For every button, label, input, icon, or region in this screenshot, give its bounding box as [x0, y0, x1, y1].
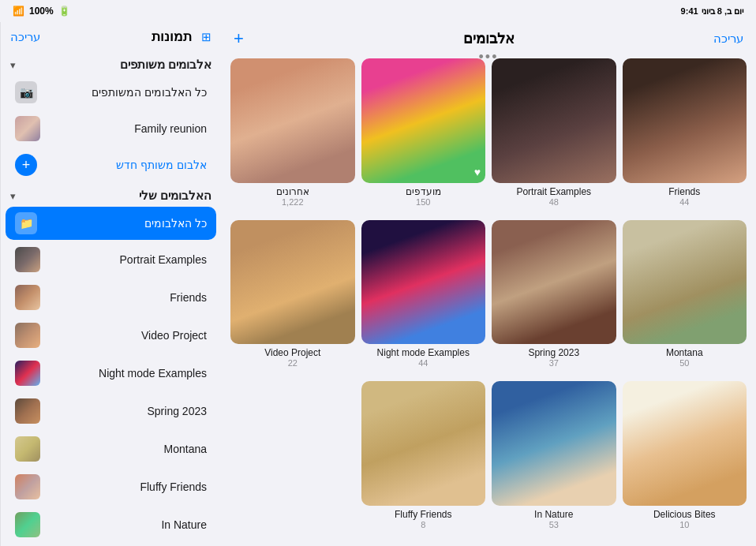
- album-item-3[interactable]: ♥מועדפים150: [361, 58, 486, 214]
- album-label-11: Fluffy Friends: [361, 509, 486, 520]
- status-bar-left: 🔋 100% 📶: [13, 6, 70, 17]
- shared-section-title: אלבומים משותפים: [21, 58, 211, 72]
- album-label-6: Spring 2023: [492, 347, 616, 358]
- in-nature-label: In Nature: [47, 518, 207, 531]
- albums-add-button[interactable]: +: [234, 28, 265, 49]
- montana-thumb: [15, 436, 40, 462]
- album-count-3: 150: [361, 197, 486, 207]
- album-thumb-11: [361, 381, 486, 506]
- album-item-8[interactable]: Video Project22: [230, 220, 355, 376]
- album-item-10[interactable]: In Nature53: [492, 381, 616, 537]
- sidebar-item-montana[interactable]: Montana: [6, 431, 216, 467]
- heart-badge: ♥: [474, 166, 481, 178]
- album-label-5: Montana: [623, 347, 747, 358]
- album-count-1: 44: [623, 197, 747, 207]
- album-item-5[interactable]: Montana50: [623, 220, 747, 376]
- album-count-5: 50: [623, 358, 747, 368]
- album-item-2[interactable]: Portrait Examples48: [492, 58, 616, 214]
- album-thumb-4: [230, 58, 355, 183]
- album-label-3: מועדפים: [361, 186, 486, 197]
- sidebar-edit-button[interactable]: עריכה: [10, 30, 40, 44]
- sidebar-item-shared-all[interactable]: כל האלבומים המשותפים 📷: [6, 76, 216, 109]
- night-mode-thumb: [15, 361, 40, 386]
- album-count-11: 8: [361, 520, 486, 529]
- album-item-11[interactable]: Fluffy Friends8: [361, 381, 486, 537]
- album-count-8: 22: [230, 358, 355, 368]
- album-item-4[interactable]: אחרונים1,222: [230, 58, 355, 214]
- sidebar-item-all-albums[interactable]: כל האלבומים 📁: [6, 207, 216, 240]
- spring-2023-thumb: [15, 398, 40, 424]
- my-section-header: האלבומים שלי ▾: [1, 182, 221, 206]
- fluffy-friends-label: Fluffy Friends: [47, 481, 207, 493]
- albums-panel: ••• עריכה אלבומים + Friends44Portrait Ex…: [221, 22, 756, 546]
- video-project-label: Video Project: [47, 329, 207, 342]
- album-item-1[interactable]: Friends44: [623, 58, 747, 214]
- sidebar-item-friends[interactable]: Friends: [6, 279, 216, 316]
- album-item-6[interactable]: Spring 202337: [492, 220, 616, 376]
- shared-section-header: אלבומים משותפים ▾: [1, 51, 221, 75]
- family-reunion-thumb: [15, 116, 40, 141]
- album-thumb-5: [623, 220, 747, 345]
- montana-label: Montana: [47, 443, 207, 455]
- sidebar-item-fluffy-friends[interactable]: Fluffy Friends: [6, 469, 216, 505]
- album-item-7[interactable]: Night mode Examples44: [361, 220, 486, 376]
- sidebar-item-in-nature[interactable]: In Nature: [6, 507, 216, 543]
- album-label-1: Friends: [623, 186, 747, 197]
- albums-edit-button[interactable]: עריכה: [712, 32, 743, 46]
- album-item-9[interactable]: Delicious Bites10: [623, 381, 747, 537]
- all-albums-icon: 📁: [15, 212, 37, 234]
- sidebar-layout-button[interactable]: ⊞: [201, 30, 211, 44]
- status-bar: יום ב, 8 ביוני 9:41 🔋 100% 📶: [0, 0, 756, 22]
- sidebar-header: ⊞ תמונות עריכה: [1, 22, 221, 51]
- album-thumb-6: [492, 220, 616, 345]
- status-bar-right: יום ב, 8 ביוני 9:41: [681, 6, 743, 17]
- albums-title: אלבומים: [265, 30, 712, 47]
- new-shared-label: אלבום משותף חדש: [43, 159, 207, 171]
- spring-2023-label: Spring 2023: [47, 405, 207, 417]
- sidebar-item-shared-all-label: כל האלבומים המשותפים: [43, 86, 207, 99]
- album-thumb-9: [623, 381, 747, 506]
- album-count-10: 53: [492, 520, 616, 529]
- album-thumb-2: [492, 58, 616, 183]
- album-count-2: 48: [492, 197, 616, 207]
- battery-icon: 🔋: [58, 6, 70, 17]
- album-label-10: In Nature: [492, 509, 616, 520]
- album-thumb-10: [492, 381, 616, 506]
- sidebar-header-right: ⊞ תמונות: [152, 28, 211, 45]
- in-nature-thumb: [15, 512, 40, 537]
- all-albums-label: כל האלבומים: [43, 217, 207, 230]
- sidebar-item-video-project[interactable]: Video Project: [6, 317, 216, 353]
- my-section-title: האלבומים שלי: [21, 189, 211, 203]
- sidebar-item-night-mode[interactable]: Night mode Examples: [6, 355, 216, 391]
- album-label-4: אחרונים: [230, 186, 355, 197]
- album-thumb-8: [230, 220, 355, 345]
- wifi-icon: 📶: [13, 6, 24, 17]
- album-count-6: 37: [492, 358, 616, 368]
- video-project-thumb: [15, 323, 40, 348]
- camera-icon: 📷: [20, 86, 33, 99]
- album-thumb-7: [361, 220, 486, 345]
- album-count-4: 1,222: [230, 197, 355, 207]
- sidebar-item-new-shared[interactable]: אלבום משותף חדש +: [6, 148, 216, 181]
- shared-all-icon: 📷: [15, 81, 37, 103]
- portrait-examples-thumb: [15, 247, 40, 272]
- sidebar: ⊞ תמונות עריכה אלבומים משותפים ▾ כל האלב…: [0, 22, 221, 546]
- album-thumb-1: [623, 58, 747, 183]
- sidebar-item-family-reunion[interactable]: Family reunion: [6, 110, 216, 147]
- friends-label: Friends: [47, 291, 207, 304]
- album-count-7: 44: [361, 358, 486, 368]
- friends-thumb: [15, 285, 40, 310]
- my-chevron[interactable]: ▾: [10, 190, 16, 202]
- fluffy-friends-thumb: [15, 474, 40, 499]
- sidebar-title: תמונות: [152, 28, 192, 45]
- album-thumb-3: ♥: [361, 58, 486, 183]
- album-label-2: Portrait Examples: [492, 186, 616, 197]
- shared-chevron[interactable]: ▾: [10, 59, 16, 71]
- folder-icon: 📁: [20, 217, 33, 230]
- night-mode-label: Night mode Examples: [47, 367, 207, 380]
- sidebar-item-portrait-examples[interactable]: Portrait Examples: [6, 241, 216, 278]
- add-shared-icon: +: [15, 154, 37, 176]
- portrait-examples-label: Portrait Examples: [47, 253, 207, 266]
- sidebar-item-spring-2023[interactable]: Spring 2023: [6, 393, 216, 429]
- album-label-9: Delicious Bites: [623, 509, 747, 520]
